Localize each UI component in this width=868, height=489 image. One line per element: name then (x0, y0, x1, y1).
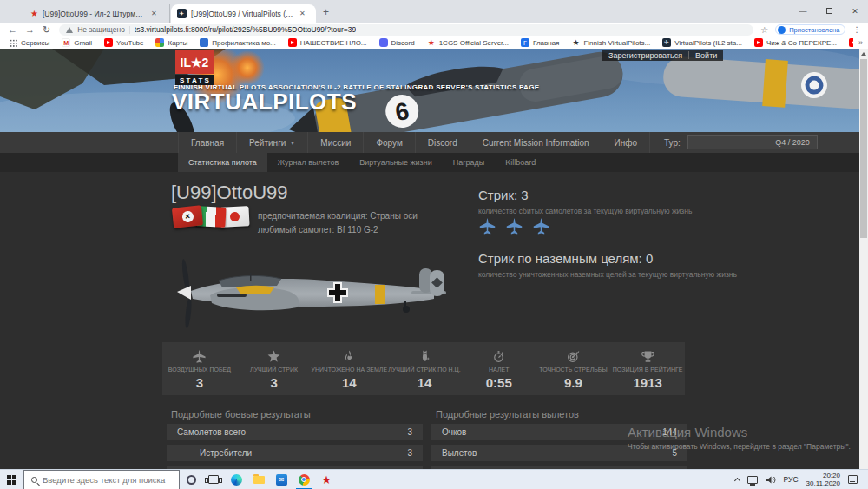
cortana-icon (187, 475, 196, 485)
page-scrollbar[interactable] (859, 49, 868, 469)
subnav-item[interactable]: Killboard (495, 153, 546, 172)
url-bar[interactable]: Не защищено ts3.virtualpilots.fi:8000/ru… (59, 24, 753, 36)
youtube-icon (754, 38, 763, 47)
combat-results-title: Подробные боевые результаты (171, 409, 311, 420)
action-center-icon[interactable] (848, 475, 858, 484)
tab-close-icon[interactable]: ✕ (299, 10, 306, 17)
bookmark-item[interactable]: Карты (149, 38, 194, 47)
il2-star-icon: ★ (321, 474, 332, 486)
bomb-icon (418, 349, 432, 364)
streak-plane-icon (532, 217, 550, 235)
cortana-button[interactable] (180, 470, 202, 489)
clock[interactable]: 20:20 30.11.2020 (806, 472, 840, 487)
subnav-item[interactable]: Статистика пилота (178, 153, 267, 172)
table-row: Самолетов всего 3 (167, 424, 423, 440)
bookmark-item[interactable]: Чиж & Co ПЕРЕКРЕ... (748, 38, 843, 47)
pilot-subnav: Статистика пилотаЖурнал вылетовВиртуальн… (0, 153, 859, 172)
new-tab-button[interactable]: + (323, 6, 329, 18)
bookmark-item[interactable]: НАШЕСТВИЕ НЛО... (282, 38, 373, 47)
nav-item[interactable]: Рейтинги▼ (236, 132, 307, 153)
stat-ground-streak: ЛУЧШИЙ СТРИК ПО Н.Ц. 14 (387, 342, 462, 395)
target-icon (566, 349, 581, 364)
pilot-details: предпочитаемая коалиция: Страны оси люби… (258, 209, 418, 237)
register-link[interactable]: Зарегистрироваться (602, 51, 688, 60)
minimize-button[interactable]: — (790, 7, 816, 16)
nav-item[interactable]: Discord (415, 132, 470, 153)
stopwatch-icon (491, 349, 506, 364)
bookmarks-overflow-icon[interactable]: » (853, 38, 868, 47)
speaker-icon[interactable] (766, 475, 776, 485)
il2-stats-logo[interactable]: IL★2 STATS (175, 50, 214, 85)
youtube-icon (104, 38, 113, 47)
shield-icon (200, 38, 208, 47)
scrollbar-thumb[interactable] (860, 59, 867, 238)
maximize-button[interactable] (816, 7, 842, 16)
ground-streak-title: Стрик по наземным целям: 0 (478, 251, 653, 266)
tab-close-icon[interactable]: ✕ (151, 10, 157, 17)
nav-item[interactable]: Главная (178, 132, 236, 153)
logo-il2: IL★2 (175, 50, 214, 74)
divider (129, 26, 130, 34)
chrome-button[interactable] (293, 470, 315, 489)
favorite-plane-label: любимый самолет: Bf 110 G-2 (258, 223, 418, 237)
task-view-icon (208, 475, 219, 484)
task-view-button[interactable] (202, 470, 225, 489)
browser-tabstrip: ★ [U99]OttoU99 - Ил-2 Штурмов... ✕ ✈ [U9… (0, 0, 868, 23)
browser-tab-1[interactable]: ★ [U99]OttoU99 - Ил-2 Штурмов... ✕ (24, 4, 170, 23)
nav-item[interactable]: Инфо (602, 132, 651, 153)
tour-label: Тур: (664, 138, 681, 148)
bookmark-item[interactable]: Сервисы (3, 39, 56, 47)
subnav-item[interactable]: Журнал вылетов (267, 153, 349, 172)
browser-tab-2[interactable]: ✈ [U99]OttoU99 / VirtualPilots (IL2 ✕ (171, 4, 316, 23)
browser-menu-icon[interactable]: ⋮ (852, 25, 860, 34)
fire-icon (342, 349, 357, 364)
bookmark-item[interactable]: Discord (373, 38, 421, 47)
bookmark-item[interactable]: Главная (515, 38, 565, 47)
bookmark-item[interactable]: VirtualPilots (IL2 sta... (656, 38, 748, 47)
tray-expand-icon[interactable] (733, 477, 740, 483)
chrome-icon (299, 474, 310, 486)
windows-activation-watermark: Активация Windows Чтобы активировать Win… (628, 425, 858, 451)
nav-item[interactable]: Current Mission Information (470, 132, 602, 153)
bookmark-item[interactable]: Michael Flatley and... (843, 38, 853, 47)
back-icon[interactable]: ← (8, 25, 17, 35)
tab-title: [U99]OttoU99 - Ил-2 Штурмов... (43, 10, 145, 18)
close-button[interactable]: ✕ (842, 7, 868, 16)
nav-item[interactable]: Форум (363, 132, 414, 153)
bookmark-item[interactable]: YouTube (98, 38, 149, 47)
bookmark-item[interactable]: Gmail (56, 38, 98, 47)
bookmark-item[interactable]: 1CGS Official Server... (421, 38, 515, 47)
il2-button[interactable]: ★ (315, 470, 338, 489)
streak-title: Стрик: 3 (478, 188, 529, 202)
bookmark-star-icon[interactable]: ☆ (760, 25, 768, 35)
security-label: Не защищено (77, 25, 125, 34)
login-link[interactable]: Войти (689, 51, 723, 60)
stat-ground-destroyed: УНИЧТОЖЕНО НА ЗЕМЛЕ 14 (311, 342, 387, 395)
file-explorer-button[interactable] (247, 470, 270, 489)
not-secure-icon (66, 27, 73, 33)
stat-best-streak: ЛУЧШИЙ СТРИК 3 (237, 342, 312, 395)
search-input[interactable] (43, 475, 172, 485)
forward-icon[interactable]: → (25, 25, 35, 35)
streak-plane-icon (505, 217, 523, 235)
mail-button[interactable]: ✉ (270, 470, 293, 489)
refresh-icon[interactable]: ↻ (43, 25, 50, 35)
language-indicator[interactable]: РУС (784, 475, 799, 484)
bookmarks-bar: СервисыGmailYouTubeКартыПрофилактика мо.… (0, 36, 868, 49)
pilot-name: [U99]OttoU99 (171, 182, 288, 204)
bookmark-item[interactable]: Finnish VirtualPilots... (565, 38, 656, 47)
scroll-up-icon[interactable] (861, 52, 866, 56)
url-text: ts3.virtualpilots.fi:8000/ru/pilot/2925/… (135, 25, 356, 34)
chevron-down-icon: ▼ (289, 140, 295, 146)
nav-item[interactable]: Миссии (307, 132, 363, 153)
network-icon[interactable] (747, 476, 758, 484)
tour-select[interactable]: Q4 / 2020 (687, 135, 818, 149)
edge-button[interactable] (225, 470, 247, 489)
start-button[interactable] (0, 470, 23, 489)
profile-paused-badge[interactable]: Приостановлена (775, 24, 845, 35)
bookmark-item[interactable]: Профилактика мо... (194, 38, 282, 47)
subnav-item[interactable]: Виртуальные жизни (349, 153, 443, 172)
subnav-item[interactable]: Награды (443, 153, 496, 172)
taskbar-search[interactable] (23, 470, 180, 489)
apps-icon (10, 39, 17, 47)
